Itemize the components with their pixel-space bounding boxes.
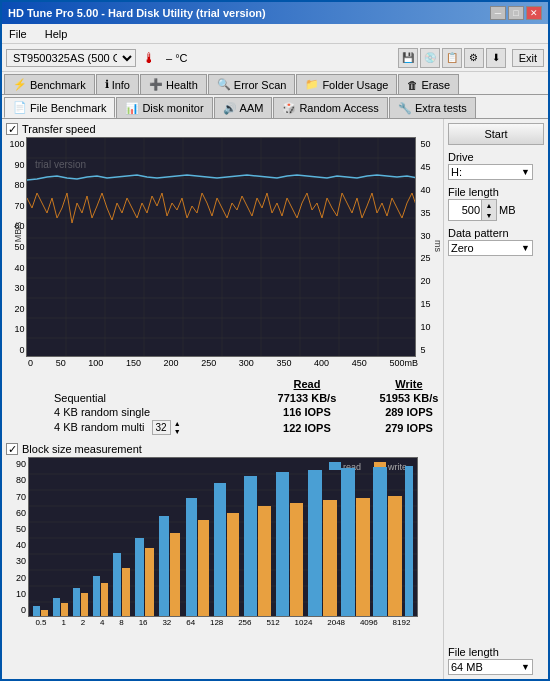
drive-selector[interactable]: ST9500325AS (500 GB) [6, 49, 136, 67]
minimize-button[interactable]: ─ [490, 6, 506, 20]
data-pattern-section: Data pattern Zero ▼ [448, 227, 544, 256]
block-chart-svg: read write [28, 457, 418, 617]
tab-file-benchmark[interactable]: 📄File Benchmark [4, 97, 115, 118]
right-panel: Start Drive H: ▼ File length ▲ ▼ [443, 119, 548, 679]
spinbox-value[interactable]: 32 [152, 420, 171, 435]
svg-rect-30 [329, 462, 341, 470]
svg-rect-34 [33, 606, 40, 617]
spinbox-up[interactable]: ▲ [174, 420, 181, 428]
start-button[interactable]: Start [448, 123, 544, 145]
drive-section: Drive H: ▼ [448, 151, 544, 180]
spinbox[interactable]: 32 ▲ ▼ [152, 421, 181, 433]
svg-rect-54 [276, 472, 289, 617]
toolbar: ST9500325AS (500 GB) 🌡 – °C 💾 💿 📋 ⚙ ⬇ Ex… [2, 44, 548, 72]
menu-help[interactable]: Help [42, 27, 71, 41]
title-bar: HD Tune Pro 5.00 - Hard Disk Utility (tr… [2, 2, 548, 24]
tab-benchmark[interactable]: ⚡Benchmark [4, 74, 95, 94]
main-content: ✓ Transfer speed 1009080706050403020100 … [2, 119, 548, 679]
toolbar-icons: 💾 💿 📋 ⚙ ⬇ [398, 48, 506, 68]
svg-rect-35 [41, 610, 48, 617]
transfer-chart-wrapper: 1009080706050403020100 MB/s [6, 137, 439, 357]
tab-disk-monitor[interactable]: 📊Disk monitor [116, 97, 212, 118]
icon-save[interactable]: 📋 [442, 48, 462, 68]
stats-read-4kb-multi: 122 IOPS [256, 419, 358, 437]
file-length-label: File length [448, 186, 544, 198]
drive-dropdown[interactable]: H: ▼ [448, 164, 533, 180]
block-size-label: Block size measurement [22, 443, 142, 455]
x-axis-labels: 050100150200250300350400450500mB [28, 357, 418, 369]
svg-rect-50 [214, 483, 226, 617]
stats-header: Read Write [50, 377, 443, 391]
svg-rect-53 [258, 506, 271, 617]
left-panel: ✓ Transfer speed 1009080706050403020100 … [2, 119, 443, 679]
exit-button[interactable]: Exit [512, 49, 544, 67]
file-length-spinbox[interactable]: ▲ ▼ [448, 199, 497, 221]
drive-label: Drive [448, 151, 544, 163]
data-pattern-value: Zero [451, 242, 474, 254]
tab-health[interactable]: ➕Health [140, 74, 207, 94]
menu-file[interactable]: File [6, 27, 30, 41]
svg-rect-48 [186, 498, 197, 617]
tab-erase[interactable]: 🗑Erase [398, 74, 459, 94]
svg-rect-47 [170, 533, 180, 617]
temperature-display: – °C [162, 51, 192, 65]
file-length-input: ▲ ▼ MB [448, 199, 544, 221]
icon-disk1[interactable]: 💾 [398, 48, 418, 68]
stats-section: Read Write Sequential 77133 KB/s 51953 K… [28, 373, 439, 437]
icon-settings[interactable]: ⚙ [464, 48, 484, 68]
data-pattern-arrow: ▼ [521, 243, 530, 253]
svg-text:write: write [387, 462, 407, 472]
svg-rect-60 [373, 467, 387, 617]
file-length-bottom-arrow: ▼ [521, 662, 530, 672]
transfer-chart-area: MB/s [26, 137, 416, 357]
tab-extra-tests[interactable]: 🔧Extra tests [389, 97, 476, 118]
file-length-arrows[interactable]: ▲ ▼ [481, 200, 496, 220]
tab-error-scan[interactable]: 🔍Error Scan [208, 74, 296, 94]
svg-rect-49 [198, 520, 209, 617]
tabs-row2: 📄File Benchmark 📊Disk monitor 🔊AAM 🎲Rand… [2, 95, 548, 119]
stats-read-4kb-single: 116 IOPS [256, 405, 358, 419]
svg-rect-36 [53, 598, 60, 617]
stats-write-4kb-multi: 279 IOPS [358, 419, 443, 437]
stats-table: Read Write Sequential 77133 KB/s 51953 K… [50, 377, 443, 437]
drive-value: H: [451, 166, 462, 178]
svg-rect-56 [308, 470, 322, 617]
svg-rect-61 [388, 496, 402, 617]
stats-header-write: Write [358, 377, 443, 391]
stats-label-4kb-multi: 4 KB random multi 32 ▲ ▼ [50, 419, 256, 437]
icon-download[interactable]: ⬇ [486, 48, 506, 68]
spinbox-down[interactable]: ▼ [174, 428, 181, 436]
icon-disk2[interactable]: 💿 [420, 48, 440, 68]
close-button[interactable]: ✕ [526, 6, 542, 20]
data-pattern-dropdown[interactable]: Zero ▼ [448, 240, 533, 256]
block-y-axis: 9080706050403020100 [6, 457, 28, 617]
tab-folder-usage[interactable]: 📁Folder Usage [296, 74, 397, 94]
tab-random-access[interactable]: 🎲Random Access [273, 97, 387, 118]
transfer-speed-checkbox[interactable]: ✓ [6, 123, 18, 135]
tab-info[interactable]: ℹInfo [96, 74, 139, 94]
transfer-chart-title: ✓ Transfer speed [6, 123, 439, 135]
stats-read-sequential: 77133 KB/s [256, 391, 358, 405]
main-window: HD Tune Pro 5.00 - Hard Disk Utility (tr… [0, 0, 550, 681]
block-chart-svg-wrapper: read write [28, 457, 418, 617]
tab-aam[interactable]: 🔊AAM [214, 97, 273, 118]
maximize-button[interactable]: □ [508, 6, 524, 20]
spinbox-arrows[interactable]: ▲ ▼ [174, 420, 181, 436]
file-length-bottom-dropdown[interactable]: 64 MB ▼ [448, 659, 533, 675]
svg-rect-45 [145, 548, 154, 617]
window-controls: ─ □ ✕ [490, 6, 542, 20]
file-length-section: File length ▲ ▼ MB [448, 186, 544, 221]
file-length-value[interactable] [449, 200, 481, 220]
thermometer-icon: 🌡 [142, 50, 156, 66]
svg-rect-39 [81, 593, 88, 617]
file-length-up[interactable]: ▲ [482, 200, 496, 210]
block-size-checkbox[interactable]: ✓ [6, 443, 18, 455]
window-title: HD Tune Pro 5.00 - Hard Disk Utility (tr… [8, 7, 266, 19]
file-length-down[interactable]: ▼ [482, 210, 496, 220]
block-chart-title: ✓ Block size measurement [6, 443, 439, 455]
stats-header-read: Read [256, 377, 358, 391]
svg-rect-37 [61, 603, 68, 617]
menu-bar: File Help [2, 24, 548, 44]
stats-write-sequential: 51953 KB/s [358, 391, 443, 405]
data-pattern-label: Data pattern [448, 227, 544, 239]
